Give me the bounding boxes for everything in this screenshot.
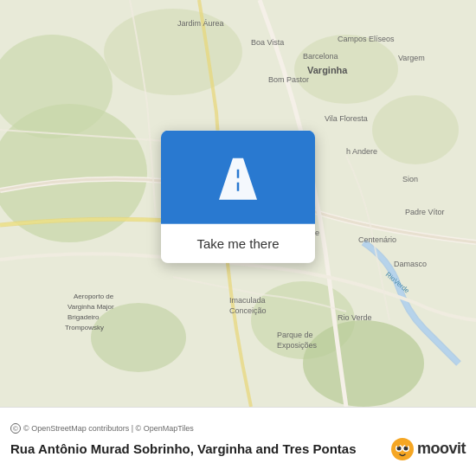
- svg-point-40: [403, 446, 408, 450]
- svg-text:h Andere: h Andere: [346, 147, 377, 156]
- svg-text:Exposições: Exposições: [277, 341, 318, 350]
- copyright-text: © OpenStreetMap contributors | © OpenMap…: [23, 424, 194, 433]
- moovit-logo: moovit: [390, 437, 466, 461]
- svg-text:Sion: Sion: [402, 175, 418, 183]
- svg-text:Aeroporto de: Aeroporto de: [74, 293, 114, 300]
- svg-text:Damasco: Damasco: [394, 260, 427, 268]
- take-me-there-button[interactable]: Take me there: [161, 224, 315, 263]
- copyright-line: © © OpenStreetMap contributors | © OpenM…: [10, 423, 466, 434]
- svg-text:Vila Floresta: Vila Floresta: [325, 114, 368, 123]
- bottom-bar: © © OpenStreetMap contributors | © OpenM…: [0, 407, 476, 476]
- svg-text:Campos Elíseos: Campos Elíseos: [338, 35, 395, 43]
- svg-text:Imaculada: Imaculada: [229, 296, 266, 305]
- copyright-icon: ©: [10, 423, 21, 434]
- card-icon-background: [161, 131, 315, 224]
- moovit-icon: [390, 437, 415, 461]
- road-icon: [210, 150, 266, 205]
- svg-point-8: [91, 303, 186, 372]
- svg-text:Barcelona: Barcelona: [303, 52, 338, 61]
- map-view: Varginha Jardim Áurea Boa Vista Campos E…: [0, 0, 476, 407]
- svg-point-39: [396, 446, 401, 450]
- svg-text:Brigadeiro: Brigadeiro: [68, 313, 100, 321]
- svg-text:Boa Vista: Boa Vista: [251, 38, 284, 47]
- svg-point-5: [372, 95, 459, 164]
- svg-text:Trompowsky: Trompowsky: [65, 324, 104, 331]
- location-title: Rua Antônio Murad Sobrinho, Varginha and…: [10, 441, 356, 458]
- navigation-card: Take me there: [161, 131, 315, 263]
- svg-text:Varginha: Varginha: [307, 65, 348, 75]
- svg-text:Rio Verde: Rio Verde: [338, 313, 372, 322]
- svg-text:Centenário: Centenário: [358, 235, 396, 244]
- svg-text:Padre Vítor: Padre Vítor: [405, 208, 445, 216]
- svg-text:Vargem: Vargem: [398, 54, 425, 62]
- moovit-text: moovit: [417, 440, 466, 458]
- svg-text:Varginha Major: Varginha Major: [68, 303, 114, 311]
- svg-point-36: [391, 438, 414, 460]
- svg-text:Jardim Áurea: Jardim Áurea: [177, 19, 224, 28]
- svg-point-7: [303, 320, 424, 407]
- svg-text:Conceição: Conceição: [229, 306, 267, 315]
- svg-text:Parque de: Parque de: [277, 331, 313, 339]
- svg-text:Bom Pastor: Bom Pastor: [268, 75, 309, 84]
